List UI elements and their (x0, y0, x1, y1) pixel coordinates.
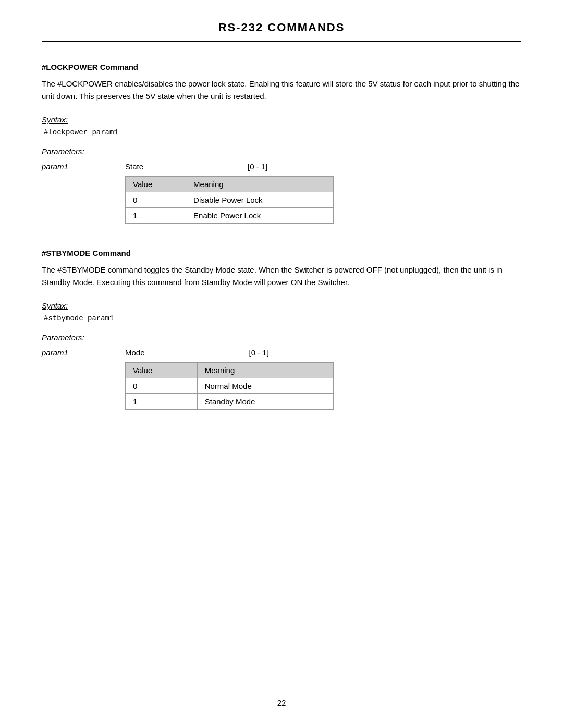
lockpower-param-row: param1 State [0 - 1] Value Meaning (42, 162, 521, 224)
stbymode-table: Value Meaning 0 Normal Mode 1 Standby Mo… (125, 362, 334, 410)
lockpower-col-value: Value (126, 177, 186, 192)
stbymode-description: The #STBYMODE command toggles the Standb… (42, 264, 521, 289)
table-row: 1 Standby Mode (126, 394, 334, 410)
stbymode-param-row: param1 Mode [0 - 1] Value Meaning (42, 348, 521, 410)
stbymode-row0-meaning: Normal Mode (197, 378, 333, 394)
lockpower-param-details: State [0 - 1] Value Meaning 0 Disable Po… (125, 162, 334, 224)
lockpower-parameters-label: Parameters: (42, 147, 521, 156)
lockpower-row0-meaning: Disable Power Lock (186, 192, 334, 208)
stbymode-row0-value: 0 (126, 378, 198, 394)
stbymode-section: #STBYMODE Command The #STBYMODE command … (42, 249, 521, 410)
stbymode-syntax-code: #stbymode param1 (44, 314, 521, 323)
lockpower-description: The #LOCKPOWER enables/disables the powe… (42, 78, 521, 103)
lockpower-param-type-row: State [0 - 1] (125, 162, 334, 171)
stbymode-row1-meaning: Standby Mode (197, 394, 333, 410)
lockpower-param-type: State (125, 162, 143, 171)
stbymode-syntax-label: Syntax: (42, 301, 521, 310)
lockpower-row1-meaning: Enable Power Lock (186, 208, 334, 224)
table-row: 0 Normal Mode (126, 378, 334, 394)
page-header: RS-232 COMMANDS (42, 21, 521, 42)
stbymode-param-type-row: Mode [0 - 1] (125, 348, 334, 357)
stbymode-param-type: Mode (125, 348, 145, 357)
stbymode-param-details: Mode [0 - 1] Value Meaning 0 Normal Mode (125, 348, 334, 410)
stbymode-row1-value: 1 (126, 394, 198, 410)
lockpower-param-range: [0 - 1] (248, 162, 267, 171)
lockpower-table: Value Meaning 0 Disable Power Lock 1 Ena… (125, 176, 334, 224)
page: RS-232 COMMANDS #LOCKPOWER Command The #… (0, 0, 563, 728)
lockpower-row0-value: 0 (126, 192, 186, 208)
page-number: 22 (42, 698, 521, 707)
stbymode-col-meaning: Meaning (197, 363, 333, 378)
stbymode-param-range: [0 - 1] (249, 348, 269, 357)
page-title: RS-232 COMMANDS (218, 21, 345, 34)
lockpower-heading: #LOCKPOWER Command (42, 63, 521, 71)
stbymode-param-name: param1 (42, 348, 125, 357)
lockpower-row1-value: 1 (126, 208, 186, 224)
lockpower-syntax-label: Syntax: (42, 115, 521, 124)
table-row: 1 Enable Power Lock (126, 208, 334, 224)
stbymode-parameters-label: Parameters: (42, 333, 521, 342)
lockpower-col-meaning: Meaning (186, 177, 334, 192)
stbymode-col-value: Value (126, 363, 198, 378)
stbymode-heading: #STBYMODE Command (42, 249, 521, 257)
lockpower-param-name: param1 (42, 162, 125, 171)
lockpower-section: #LOCKPOWER Command The #LOCKPOWER enable… (42, 63, 521, 224)
lockpower-syntax-code: #lockpower param1 (44, 128, 521, 137)
table-row: 0 Disable Power Lock (126, 192, 334, 208)
